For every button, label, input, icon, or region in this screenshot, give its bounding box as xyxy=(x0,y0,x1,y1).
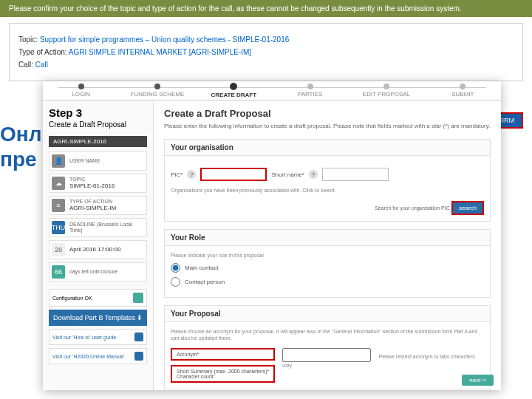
proposal-intro: Please choose an acronym for your propos… xyxy=(171,328,484,341)
step-create: CREATE DRAFT xyxy=(211,92,257,98)
stepper: LOGIN FUNDING SCHEME CREATE DRAFT PARTIE… xyxy=(43,81,501,100)
role-section: Your Role Please indicate your role in t… xyxy=(164,229,491,298)
shortname-input[interactable] xyxy=(322,168,389,181)
proposal-heading: Your Proposal xyxy=(165,306,490,322)
main-contact-radio[interactable] xyxy=(171,263,180,273)
contact-person-radio[interactable] xyxy=(171,277,180,287)
step-edit: EDIT PROPOSAL xyxy=(363,91,410,98)
main-contact-label: Main contact xyxy=(185,265,218,271)
role-intro: Please indicate your role in this propos… xyxy=(171,252,484,259)
acronym-label: Acronym* xyxy=(171,348,275,361)
config-status: Configuration OK xyxy=(49,289,147,307)
wizard-sidebar: Step 3 Create a Draft Proposal AGRI-SIMP… xyxy=(43,100,154,390)
role-heading: Your Role xyxy=(165,230,490,246)
next-button[interactable]: next ›› xyxy=(462,375,494,386)
type-icon: ≡ xyxy=(52,199,65,212)
check-icon xyxy=(133,293,143,303)
acronym-input[interactable] xyxy=(282,348,371,362)
step-subtitle: Create a Draft Proposal xyxy=(49,120,147,129)
scheme-badge: AGRI-SIMPLE-2016 xyxy=(49,136,147,147)
external-icon xyxy=(134,332,143,341)
action-label: Type of Action: xyxy=(18,48,67,56)
step-login: LOGIN xyxy=(72,91,90,98)
calendar-icon: THU xyxy=(52,221,65,234)
org-heading: Your organisation xyxy=(165,140,490,156)
pic-label: PIC* xyxy=(171,171,183,178)
shortname-label: Short name* xyxy=(271,171,304,178)
wizard-content: Create a Draft Proposal Please enter the… xyxy=(154,100,501,390)
confirmation-box: Topic: Support for simple programmes – U… xyxy=(9,23,523,81)
summary-label: Short Summary (max. 2000 characters)* Ch… xyxy=(171,365,275,383)
banner-text: Please confirm your choice of the topic … xyxy=(9,4,462,13)
user-icon: 👤 xyxy=(52,154,65,168)
assoc-note: Organisations you have been previously a… xyxy=(171,187,484,194)
action-link[interactable]: AGRI SIMPLE INTERNAL MARKET [AGRI-SIMPLE… xyxy=(69,48,251,56)
external-icon xyxy=(134,352,143,361)
form-title: Create a Draft Proposal xyxy=(164,108,491,119)
form-intro: Please enter the following information t… xyxy=(164,122,491,130)
download-icon: ⬇ xyxy=(137,314,143,321)
step-submit: SUBMIT xyxy=(451,91,474,98)
step-funding: FUNDING SCHEME xyxy=(131,91,185,98)
howto-link[interactable]: Visit our 'How to' user guide xyxy=(49,329,147,345)
pic-input[interactable] xyxy=(200,168,267,181)
download-templates-button[interactable]: Download Part B Templates⬇ xyxy=(49,310,147,326)
day-icon: 28 xyxy=(52,243,65,256)
topic-link[interactable]: Support for simple programmes – Union qu… xyxy=(40,35,289,44)
countdown-icon: 66 xyxy=(52,265,65,279)
manual-link[interactable]: Visit our 'H2020 Online Manual' xyxy=(49,348,147,364)
call-label: Call: xyxy=(18,61,33,69)
search-button[interactable]: search xyxy=(451,201,484,215)
contact-person-label: Contact person xyxy=(185,279,225,285)
organisation-section: Your organisation PIC* ? Short name* ? O… xyxy=(164,139,491,222)
proposal-section: Your Proposal Please choose an acronym f… xyxy=(164,305,491,389)
step-parties: PARTIES xyxy=(298,91,323,98)
cloud-icon: ☁ xyxy=(52,177,65,190)
help-icon[interactable]: ? xyxy=(187,170,196,179)
help-icon[interactable]: ? xyxy=(309,170,318,179)
topic-label: Topic: xyxy=(18,35,38,44)
step-number: Step 3 xyxy=(49,106,147,119)
wizard-modal: LOGIN FUNDING SCHEME CREATE DRAFT PARTIE… xyxy=(43,81,501,390)
call-link[interactable]: Call xyxy=(35,61,48,69)
search-label: Search for your organisation PIC xyxy=(375,205,450,211)
